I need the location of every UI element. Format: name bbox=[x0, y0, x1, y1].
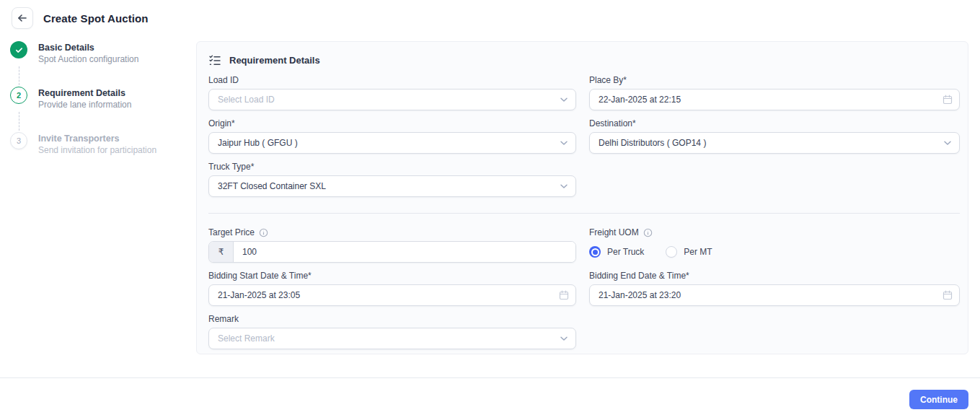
footer-divider bbox=[0, 377, 980, 378]
target-price-field: Target Price ₹ bbox=[208, 227, 576, 263]
step-active-circle: 2 bbox=[10, 87, 27, 104]
step-title: Requirement Details bbox=[38, 87, 131, 99]
create-spot-auction-page: Create Spot Auction Basic Details Spot A… bbox=[0, 0, 980, 415]
bidding-end-input[interactable] bbox=[589, 284, 960, 306]
step-subtitle: Spot Auction configuration bbox=[38, 54, 138, 65]
destination-label: Destination* bbox=[589, 118, 960, 128]
freight-uom-label: Freight UOM bbox=[589, 227, 639, 237]
step-subtitle: Provide lane information bbox=[38, 100, 131, 110]
step-subtitle: Send invitation for participation bbox=[38, 145, 156, 156]
destination-select[interactable] bbox=[589, 132, 960, 154]
origin-label: Origin* bbox=[208, 118, 576, 128]
requirement-form: Load ID Place By* Or bbox=[208, 75, 956, 357]
check-icon bbox=[15, 46, 23, 54]
load-id-field: Load ID bbox=[208, 75, 576, 110]
empty-cell bbox=[589, 162, 960, 197]
checklist-icon bbox=[208, 53, 221, 66]
radio-per-mt[interactable]: Per MT bbox=[666, 246, 712, 258]
empty-cell bbox=[589, 314, 960, 349]
stepper-connector bbox=[19, 66, 190, 85]
freight-uom-field: Freight UOM Per Truck Per MT bbox=[589, 227, 960, 263]
page-title: Create Spot Auction bbox=[43, 12, 149, 25]
radio-selected-icon bbox=[589, 246, 601, 258]
arrow-left-icon bbox=[17, 12, 28, 24]
step-completed-circle bbox=[10, 41, 27, 58]
step-title: Basic Details bbox=[38, 42, 138, 53]
stepper-step-invite-transporters[interactable]: 3 Invite Transporters Send invitation fo… bbox=[10, 132, 190, 156]
place-by-label: Place By* bbox=[589, 75, 960, 85]
bidding-end-label: Bidding End Date & Time* bbox=[589, 271, 960, 281]
radio-label: Per MT bbox=[684, 247, 712, 257]
freight-uom-radio-group: Per Truck Per MT bbox=[589, 241, 960, 263]
radio-label: Per Truck bbox=[607, 247, 644, 257]
load-id-select[interactable] bbox=[208, 89, 576, 110]
place-by-input[interactable] bbox=[589, 89, 960, 110]
truck-type-label: Truck Type* bbox=[208, 162, 576, 172]
back-button[interactable] bbox=[12, 7, 33, 29]
load-id-label: Load ID bbox=[208, 75, 576, 85]
radio-unselected-icon bbox=[666, 246, 677, 258]
stepper-step-basic-details[interactable]: Basic Details Spot Auction configuration bbox=[10, 41, 190, 65]
stepper-step-requirement-details[interactable]: 2 Requirement Details Provide lane infor… bbox=[10, 87, 190, 110]
truck-type-field: Truck Type* bbox=[208, 162, 576, 197]
radio-per-truck[interactable]: Per Truck bbox=[589, 246, 644, 258]
remark-field: Remark bbox=[208, 314, 576, 349]
remark-label: Remark bbox=[208, 314, 576, 324]
bidding-start-field: Bidding Start Date & Time* bbox=[208, 271, 576, 306]
bidding-end-field: Bidding End Date & Time* bbox=[589, 271, 960, 306]
bidding-start-label: Bidding Start Date & Time* bbox=[208, 271, 576, 281]
requirement-details-panel: Requirement Details Load ID Place By* bbox=[196, 41, 968, 354]
step-pending-circle: 3 bbox=[10, 132, 27, 149]
target-price-input[interactable] bbox=[234, 242, 575, 262]
truck-type-select[interactable] bbox=[208, 175, 576, 197]
remark-select[interactable] bbox=[208, 328, 576, 349]
place-by-field: Place By* bbox=[589, 75, 960, 110]
step-title: Invite Transporters bbox=[38, 133, 156, 144]
continue-button[interactable]: Continue bbox=[909, 390, 968, 409]
section-divider bbox=[208, 213, 960, 214]
target-price-label: Target Price bbox=[208, 227, 255, 237]
panel-header: Requirement Details bbox=[208, 53, 956, 66]
bidding-start-input[interactable] bbox=[208, 284, 576, 306]
currency-rupee-prefix: ₹ bbox=[209, 242, 234, 262]
page-header: Create Spot Auction bbox=[0, 0, 980, 33]
origin-select[interactable] bbox=[208, 132, 576, 154]
info-icon[interactable] bbox=[643, 228, 653, 237]
stepper: Basic Details Spot Auction configuration… bbox=[10, 41, 190, 156]
panel-title: Requirement Details bbox=[229, 55, 320, 66]
origin-field: Origin* bbox=[208, 118, 576, 154]
destination-field: Destination* bbox=[589, 118, 960, 154]
stepper-connector bbox=[19, 112, 190, 131]
info-icon[interactable] bbox=[259, 228, 268, 237]
